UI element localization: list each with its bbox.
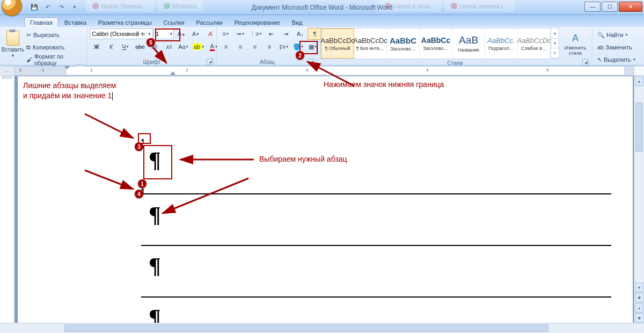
next-page-button[interactable]: ◉ — [635, 313, 643, 323]
qat-save-icon[interactable]: 💾 — [28, 2, 40, 13]
vertical-scrollbar[interactable]: ▲ ▼ ◉ ● ◉ — [634, 76, 644, 323]
qat-undo-icon[interactable]: ↶ — [42, 2, 54, 13]
maximize-button[interactable]: ☐ — [602, 2, 618, 12]
marker-5: 5 — [147, 38, 155, 47]
align-center-button[interactable]: ≡ — [233, 41, 247, 53]
copy-button[interactable]: ⧉Копировать — [25, 41, 88, 53]
style-subtitle[interactable]: AaBbCc.Подзагол… — [485, 28, 518, 59]
annotation-text-1: Лишние абзацы выделяем и придаём им знач… — [23, 81, 116, 101]
minimize-button[interactable]: — — [584, 2, 601, 12]
marker-1: 1 — [138, 179, 147, 188]
office-button[interactable] — [2, 0, 22, 16]
line-spacing-button[interactable]: ‡≡▼ — [277, 41, 291, 53]
tab-page-layout[interactable]: Разметка страницы — [92, 17, 158, 27]
font-launcher[interactable]: ◢ — [207, 59, 213, 65]
gallery-up[interactable]: ▲ — [551, 28, 559, 39]
grow-font-button[interactable]: A▲ — [174, 28, 188, 40]
close-button[interactable]: ✕ — [619, 2, 642, 12]
style-subtle-emphasis[interactable]: AaBbCcDcСлабое в… — [518, 28, 551, 59]
svg-line-1 — [85, 170, 133, 189]
align-left-button[interactable]: ≡ — [219, 41, 233, 53]
justify-button[interactable]: ≡ — [262, 41, 276, 53]
scroll-up-button[interactable]: ▲ — [635, 76, 643, 86]
chevron-down-icon[interactable]: ▼ — [146, 32, 152, 37]
tab-home[interactable]: Главная — [24, 17, 58, 27]
ruler-corner[interactable]: ⌐ — [0, 66, 14, 75]
hanging-indent[interactable] — [170, 71, 175, 75]
align-right-button[interactable]: ≡ — [248, 41, 262, 53]
shrink-font-button[interactable]: A▼ — [189, 28, 203, 40]
multilevel-button[interactable]: ⋮≡▼ — [248, 28, 264, 40]
bold-button[interactable]: Ж — [90, 41, 104, 53]
change-case-button[interactable]: Aa▼ — [177, 41, 191, 53]
style-heading2[interactable]: AaBbCcЗаголово… — [420, 28, 452, 59]
clear-format-button[interactable]: A — [203, 28, 217, 40]
tab-view[interactable]: Вид — [286, 17, 309, 27]
style-no-spacing[interactable]: AaBbCcDc¶ Без инте… — [354, 28, 387, 59]
font-name-select[interactable]: ▼ — [90, 28, 153, 39]
gallery-scroll: ▲▼▾ — [551, 28, 559, 59]
svg-line-5 — [153, 47, 166, 63]
arrow-icon — [82, 111, 141, 143]
underline-button[interactable]: Ч▼ — [119, 41, 133, 53]
increase-indent-button[interactable]: ⇥ — [279, 28, 292, 40]
arrow-icon — [303, 59, 362, 91]
tab-insert[interactable]: Вставка — [58, 17, 92, 27]
marker-3: 3 — [135, 142, 143, 151]
first-line-indent[interactable] — [64, 66, 70, 69]
highlight-button[interactable]: ab▼ — [191, 41, 206, 53]
font-size-select[interactable]: ▼ — [153, 28, 174, 39]
sort-button[interactable]: A↓ — [293, 28, 307, 40]
decrease-indent-button[interactable]: ⇤ — [264, 28, 278, 40]
document-page[interactable]: Лишние абзацы выделяем и придаём им знач… — [17, 76, 633, 323]
search-icon: 🔍 — [597, 32, 605, 39]
style-heading1[interactable]: AaBbCЗаголово… — [387, 28, 420, 59]
style-gallery[interactable]: AaBbCcDc¶ Обычный AaBbCcDc¶ Без инте… Aa… — [320, 28, 559, 59]
tab-review[interactable]: Рецензирование — [229, 17, 286, 27]
horizontal-scrollbar[interactable] — [0, 323, 644, 333]
bullets-button[interactable]: ≡▼ — [219, 28, 233, 40]
paragraph-border — [141, 245, 611, 246]
prev-page-button[interactable]: ◉ — [635, 293, 643, 302]
font-size-input[interactable] — [154, 31, 169, 37]
cut-button[interactable]: ✂Вырезать — [25, 29, 88, 41]
find-button[interactable]: 🔍Найти▼ — [596, 29, 644, 41]
brush-icon: 🖌 — [26, 56, 32, 63]
style-normal[interactable]: AaBbCcDc¶ Обычный — [321, 28, 354, 59]
ribbon-tabstrip: Главная Вставка Разметка страницы Ссылки… — [0, 15, 644, 27]
font-name-input[interactable] — [90, 31, 146, 37]
vertical-ruler[interactable] — [0, 76, 14, 323]
arrow-icon — [176, 151, 257, 168]
chevron-down-icon[interactable]: ▼ — [169, 32, 173, 37]
svg-line-0 — [85, 114, 133, 138]
styles-launcher[interactable]: ◢ — [582, 59, 589, 66]
select-button[interactable]: ↖Выделить▼ — [596, 54, 644, 66]
scroll-thumb[interactable] — [635, 103, 643, 152]
format-painter-button[interactable]: 🖌Формат по образцу — [25, 54, 88, 66]
arrow-icon — [82, 168, 141, 194]
svg-line-3 — [163, 178, 248, 213]
style-title[interactable]: АаВНазвание — [452, 28, 485, 59]
tab-mailings[interactable]: Рассылки — [190, 17, 228, 27]
scroll-down-button[interactable]: ▼ — [635, 283, 643, 292]
italic-button[interactable]: К — [104, 41, 118, 53]
gallery-more[interactable]: ▾ — [551, 48, 559, 59]
gallery-down[interactable]: ▼ — [551, 39, 559, 49]
replace-label: Заменить — [605, 44, 632, 50]
arrow-icon — [157, 176, 254, 219]
qat-dropdown-icon[interactable]: ▼ — [69, 2, 80, 13]
change-styles-label: Изменить стили — [561, 45, 589, 56]
tab-references[interactable]: Ссылки — [158, 17, 191, 27]
paragraph-border — [141, 296, 611, 298]
qat-redo-icon[interactable]: ↷ — [55, 2, 67, 13]
background-tabs: Яндекс Перевод… WhatsApp солнце в окош… … — [86, 0, 537, 15]
numbering-button[interactable]: ≔▼ — [233, 28, 247, 40]
paste-button[interactable]: Вставить ▼ — [2, 28, 24, 60]
svg-line-4 — [308, 62, 354, 86]
annotation-text-3: Выбираем нужный абзац — [259, 154, 347, 164]
strike-button[interactable]: abc — [133, 41, 147, 53]
browse-object-button[interactable]: ● — [635, 303, 643, 313]
change-styles-button[interactable]: A Изменить стили — [561, 28, 590, 60]
hscroll-thumb[interactable] — [64, 324, 548, 332]
replace-button[interactable]: abЗаменить — [596, 41, 644, 53]
